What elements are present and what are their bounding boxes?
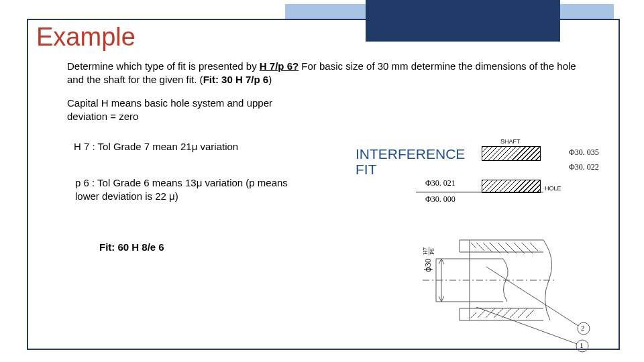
problem-statement: Determine which type of fit is presented…: [67, 60, 577, 87]
shaft-tolerance-zone: [482, 146, 541, 161]
fit-full: Fit: 30 H 7/p 6: [203, 74, 269, 85]
fit-bot: P6: [429, 247, 435, 255]
dim-hole-lower: Φ30. 000: [425, 194, 455, 204]
hole-label: HOLE: [545, 185, 561, 192]
title-box: [366, 0, 560, 42]
prompt-text-pre: Determine which type of fit is presented…: [67, 60, 260, 72]
shaft-label: SHAFT: [500, 138, 521, 145]
fit-type-heading: INTERFERENCE FIT: [356, 146, 463, 177]
fit-designation: H 7/p 6?: [260, 60, 299, 72]
slide-body: Example Determine which type of fit is p…: [27, 19, 617, 347]
dim-shaft-upper: Φ30. 035: [569, 147, 599, 158]
dim-hole-upper: Φ30. 021: [425, 178, 455, 188]
leader-1: 1: [580, 341, 584, 349]
dim-shaft-lower: Φ30. 022: [569, 162, 599, 172]
prompt-text-post: ): [268, 74, 272, 85]
zero-line: [416, 192, 543, 192]
leader-2: 2: [581, 324, 585, 332]
dia-label: ϕ30: [423, 259, 433, 272]
engineering-drawing: ϕ30 H7 P6 1 2: [423, 220, 610, 354]
hole-system-note: Capital H means basic hole system and up…: [67, 97, 282, 124]
hole-tolerance-zone: [482, 180, 541, 193]
tolerance-p6: p 6 : Tol Grade 6 means 13μ variation (p…: [75, 176, 290, 204]
